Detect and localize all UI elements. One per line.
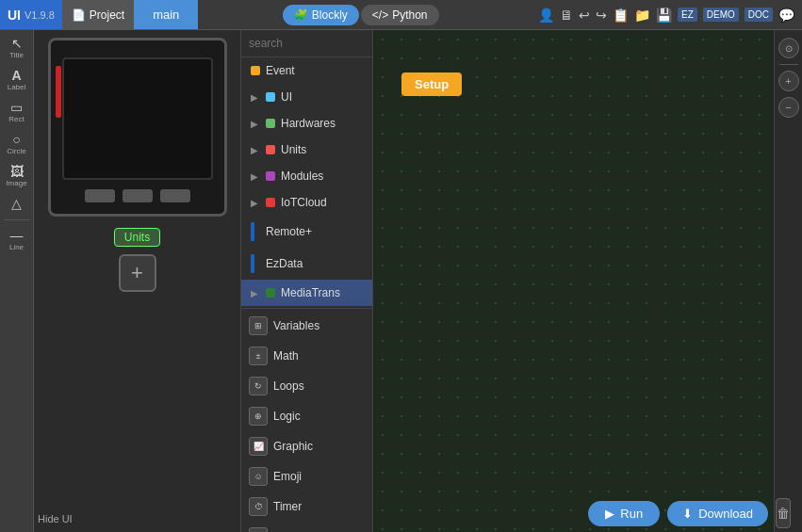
zoom-target-btn[interactable]: ⊙: [778, 38, 799, 58]
palette-item-math[interactable]: ± Math: [241, 341, 372, 371]
main-tab[interactable]: main: [134, 0, 198, 29]
tool-image-label: Image: [6, 179, 26, 187]
setup-block[interactable]: Setup: [401, 73, 462, 96]
palette-list: Event ▶ UI ▶ Hardwares ▶ Units: [241, 57, 372, 532]
palette-item-emoji[interactable]: ☺ Emoji: [241, 461, 372, 492]
device-btn-2[interactable]: [123, 189, 153, 202]
right-toolbar: ⊙ + −: [774, 30, 802, 532]
ezdata-label: EzData: [266, 257, 303, 270]
blockly-label: Blockly: [312, 8, 348, 22]
tool-line-label: Line: [9, 243, 24, 251]
tool-label[interactable]: A Label: [2, 66, 32, 94]
zoom-in-btn[interactable]: +: [778, 71, 799, 91]
run-button[interactable]: ▶ Run: [588, 501, 660, 526]
palette-item-graphic[interactable]: 📈 Graphic: [241, 431, 372, 461]
project-button[interactable]: 📄 Project: [62, 0, 134, 29]
device-btn-1[interactable]: [85, 189, 115, 202]
monitor-icon[interactable]: 🖥: [560, 8, 573, 23]
device-screen: [48, 38, 227, 217]
tool-circle[interactable]: ○ Circle: [2, 130, 32, 158]
palette-item-functions[interactable]: Σ Functions: [241, 522, 372, 532]
emoji-icon: ☺: [249, 467, 268, 486]
tool-line[interactable]: — Line: [2, 226, 32, 254]
tool-rect[interactable]: ▭ Rect: [2, 98, 32, 126]
label-icon: A: [11, 69, 21, 82]
emoji-label: Emoji: [273, 470, 302, 483]
mediatrans-dot: [266, 288, 275, 298]
palette-item-timer[interactable]: ⏱ Timer: [241, 492, 372, 522]
redo-icon[interactable]: ↪: [596, 8, 607, 23]
palette-item-ui[interactable]: ▶ UI: [241, 84, 372, 110]
units-dot: [266, 145, 275, 154]
tool-cursor[interactable]: ↖ Title: [2, 34, 32, 62]
version-label: V1.9.8: [25, 9, 55, 21]
loops-label: Loops: [273, 379, 304, 393]
palette-item-units[interactable]: ▶ Units: [241, 137, 372, 163]
units-label: Units: [281, 143, 306, 156]
mediatrans-label: MediaTrans: [281, 286, 340, 299]
iotcloud-dot: [266, 198, 275, 207]
tool-triangle[interactable]: △: [2, 194, 32, 214]
modules-dot: [266, 171, 275, 181]
timer-label: Timer: [273, 500, 302, 513]
download-button[interactable]: ⬇ Download: [667, 501, 768, 526]
device-btn-3[interactable]: [160, 189, 190, 202]
tool-label-label: Label: [8, 83, 26, 91]
add-button[interactable]: +: [119, 254, 156, 292]
tool-rect-label: Rect: [8, 115, 24, 123]
run-play-icon: ▶: [605, 507, 614, 521]
palette-item-modules[interactable]: ▶ Modules: [241, 163, 372, 189]
chat-icon[interactable]: 💬: [778, 8, 794, 23]
palette-item-hardwares[interactable]: ▶ Hardwares: [241, 110, 372, 137]
event-dot: [251, 66, 260, 75]
topbar-right: 👤 🖥 ↩ ↪ 📋 📁 💾 EZ DEMO DOC 💬: [531, 8, 802, 23]
palette-item-loops[interactable]: ↻ Loops: [241, 371, 372, 401]
mediatrans-arrow: ▶: [251, 288, 258, 298]
graphic-icon: 📈: [249, 437, 268, 456]
palette-item-remote[interactable]: Remote+: [241, 216, 372, 248]
canvas-area[interactable]: Setup ⊙ + − ▶ Run ⬇ Download 🗑: [373, 30, 802, 532]
palette-item-mediatrans[interactable]: ▶ MediaTrans: [241, 280, 372, 306]
demo-icon[interactable]: DEMO: [703, 8, 739, 22]
zoom-out-btn[interactable]: −: [778, 97, 799, 118]
search-bar: 🔍: [241, 30, 372, 57]
iotcloud-arrow: ▶: [251, 198, 258, 208]
hide-ui-button[interactable]: Hide UI: [38, 513, 73, 524]
python-tab[interactable]: </> Python: [361, 5, 439, 25]
iotcloud-label: IoTCloud: [281, 196, 327, 209]
tool-divider: [4, 219, 30, 220]
palette-item-iotcloud[interactable]: ▶ IoTCloud: [241, 189, 372, 216]
red-indicator: [56, 66, 61, 118]
palette-item-variables[interactable]: ⊞ Variables: [241, 311, 372, 341]
remote-bar: [251, 222, 254, 241]
python-label: Python: [392, 8, 427, 22]
palette-item-ezdata[interactable]: EzData: [241, 248, 372, 280]
logo-icon: UI: [8, 8, 21, 23]
download-icon: ⬇: [682, 507, 693, 521]
palette-item-event[interactable]: Event: [241, 57, 372, 84]
save-icon[interactable]: 💾: [656, 8, 672, 23]
doc-icon[interactable]: DOC: [745, 8, 773, 22]
search-input[interactable]: [249, 37, 373, 50]
screen-display: [62, 57, 213, 180]
ui-label: UI: [281, 90, 292, 104]
tool-image[interactable]: 🖼 Image: [2, 162, 32, 190]
trash-button[interactable]: 🗑: [776, 498, 791, 528]
undo-icon[interactable]: ↩: [579, 8, 590, 23]
logic-label: Logic: [273, 410, 301, 423]
bottom-bar: ▶ Run ⬇ Download 🗑: [614, 494, 802, 532]
user-icon[interactable]: 👤: [538, 8, 554, 23]
download-label: Download: [698, 507, 753, 521]
blockly-tab[interactable]: 🧩 Blockly: [283, 5, 359, 25]
blockly-icon: 🧩: [294, 8, 308, 22]
trash-icon: 🗑: [777, 506, 790, 521]
new-icon[interactable]: 📋: [613, 8, 629, 23]
hardwares-arrow: ▶: [251, 119, 258, 129]
ez-data-icon[interactable]: EZ: [678, 8, 697, 22]
logo-area: UI V1.9.8: [0, 0, 62, 29]
palette-item-logic[interactable]: ⊕ Logic: [241, 401, 372, 431]
variables-icon: ⊞: [249, 316, 268, 335]
tool-title-label: Title: [9, 51, 24, 59]
folder-icon[interactable]: 📁: [634, 8, 650, 23]
hardwares-label: Hardwares: [281, 117, 336, 130]
